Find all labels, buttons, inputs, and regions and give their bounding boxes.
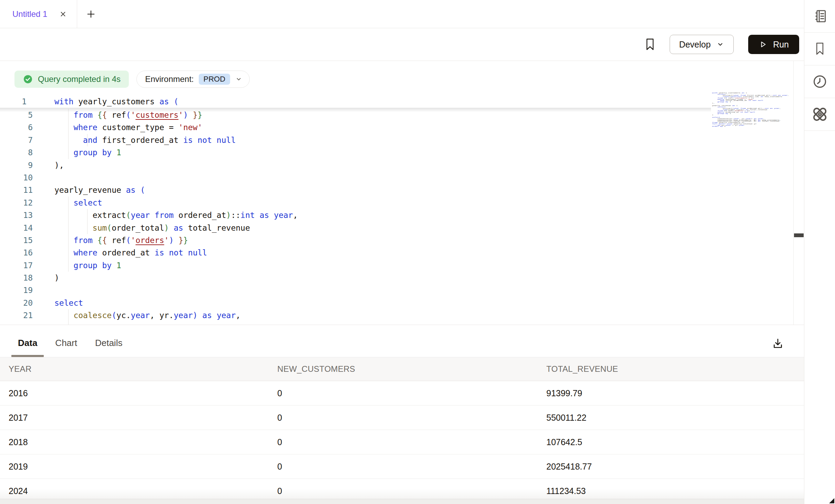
table-cell: 0: [277, 413, 546, 423]
code-line[interactable]: 14 sum(order_total) as total_revenue: [0, 222, 711, 234]
resize-grip[interactable]: [829, 498, 834, 503]
code-line[interactable]: 10: [0, 171, 711, 184]
code-line[interactable]: 17 group by 1: [0, 259, 711, 272]
table-cell: 2019: [9, 462, 277, 472]
play-icon: [759, 40, 767, 49]
table-cell: 0: [277, 486, 546, 496]
results-tab-data[interactable]: Data: [18, 338, 37, 348]
query-status-text: Query completed in 4s: [38, 74, 121, 84]
code-line[interactable]: 12 select: [0, 197, 711, 209]
editor-scrollbar-thumb[interactable]: [794, 233, 804, 237]
results-tabs: DataChartDetails: [18, 333, 122, 353]
column-header: TOTAL_REVENUE: [546, 364, 804, 374]
mesh-icon: [810, 104, 830, 124]
develop-button[interactable]: Develop: [670, 35, 734, 54]
table-cell: 2025418.77: [546, 462, 804, 472]
tab-label: Untitled 1: [12, 9, 47, 19]
table-cell: 2018: [9, 437, 277, 447]
sidebar-item-notebook[interactable]: [804, 0, 835, 33]
code-line[interactable]: 16 where ordered_at is not null: [0, 246, 711, 259]
results-tab-chart[interactable]: Chart: [55, 338, 77, 348]
tab-bar: Untitled 1: [0, 0, 804, 28]
sidebar-item-history[interactable]: [804, 65, 835, 98]
code-line[interactable]: 22 coalesce(yc.new_customers, 0) as new_…: [0, 322, 711, 325]
plus-icon: [86, 9, 96, 19]
develop-button-label: Develop: [679, 40, 711, 50]
code-line[interactable]: 11yearly_revenue as (: [0, 184, 711, 196]
table-cell: 0: [277, 437, 546, 447]
horizontal-scrollbar[interactable]: [0, 499, 804, 504]
check-circle-icon: [23, 74, 33, 84]
indent-guide: [87, 209, 87, 234]
code-line[interactable]: 19: [0, 284, 711, 296]
code-line[interactable]: 18): [0, 272, 711, 284]
tab-untitled-1[interactable]: Untitled 1: [0, 0, 77, 28]
results-panel: DataChartDetails YEARNEW_CUSTOMERSTOTAL_…: [0, 325, 804, 504]
column-header: YEAR: [9, 364, 277, 374]
editor-scrollbar[interactable]: [793, 61, 804, 325]
bookmark-icon[interactable]: [645, 38, 655, 51]
table-header: YEARNEW_CUSTOMERSTOTAL_REVENUE: [0, 357, 804, 381]
table-cell: 2016: [9, 388, 277, 398]
table-cell: 91399.79: [546, 388, 804, 398]
editor-minimap[interactable]: with yearly_customers as ( select extrac…: [712, 92, 793, 285]
table-cell: 2024: [9, 486, 277, 496]
code-line[interactable]: 21 coalesce(yc.year, yr.year) as year,: [0, 309, 711, 322]
table-row[interactable]: 20180107642.5: [0, 430, 804, 454]
code-line[interactable]: 6 where customer_type = 'new': [0, 121, 711, 134]
sticky-code-line[interactable]: 1with yearly_customers as (: [0, 95, 711, 108]
download-icon[interactable]: [770, 336, 785, 351]
table-row[interactable]: 201902025418.77: [0, 454, 804, 479]
table-cell: 2017: [9, 413, 277, 423]
new-tab-button[interactable]: [77, 0, 105, 28]
indent-guide: [68, 309, 69, 325]
code-line[interactable]: 9),: [0, 159, 711, 171]
right-sidebar: [804, 0, 835, 504]
code-line[interactable]: 20select: [0, 297, 711, 309]
app-window: Untitled 1 Develop Run Query completed i…: [0, 0, 835, 504]
code-line[interactable]: 8 group by 1: [0, 146, 711, 159]
table-cell: 0: [277, 462, 546, 472]
indent-guide: [68, 197, 69, 272]
code-line[interactable]: 7 and first_ordered_at is not null: [0, 134, 711, 146]
environment-value-chip: PROD: [199, 74, 230, 85]
code-lines: 5 from {{ ref('customers') }}6 where cus…: [0, 109, 711, 325]
sidebar-item-bookmarks[interactable]: [804, 33, 835, 65]
indent-guide: [68, 109, 69, 159]
results-tab-details[interactable]: Details: [95, 338, 122, 348]
sticky-scroll-shadow: [0, 108, 711, 112]
sidebar-item-mesh[interactable]: [804, 98, 835, 131]
code-line[interactable]: 13 extract(year from ordered_at)::int as…: [0, 209, 711, 221]
table-body: 2016091399.7920170550011.2220180107642.5…: [0, 381, 804, 503]
indent-guide: [87, 134, 87, 146]
run-button-label: Run: [773, 40, 789, 50]
bookmark-icon: [814, 42, 826, 56]
table-cell: 111234.53: [546, 486, 804, 496]
table-cell: 550011.22: [546, 413, 804, 423]
query-status-badge: Query completed in 4s: [14, 71, 129, 88]
close-tab-icon[interactable]: [60, 11, 66, 18]
environment-selector[interactable]: Environment: PROD: [136, 71, 250, 88]
table-cell: 107642.5: [546, 437, 804, 447]
minimap-code: with yearly_customers as ( select extrac…: [712, 92, 793, 127]
column-header: NEW_CUSTOMERS: [277, 364, 546, 374]
table-row[interactable]: 2016091399.79: [0, 381, 804, 406]
toolbar: Develop Run: [0, 28, 804, 61]
environment-label: Environment:: [145, 74, 194, 84]
code-line[interactable]: 15 from {{ ref('orders') }}: [0, 234, 711, 246]
notebook-icon: [812, 9, 827, 24]
table-row[interactable]: 20170550011.22: [0, 406, 804, 430]
chevron-down-icon: [716, 40, 724, 49]
run-button[interactable]: Run: [748, 35, 799, 54]
table-cell: 0: [277, 388, 546, 398]
chevron-down-icon: [235, 75, 243, 83]
status-row: Query completed in 4s Environment: PROD: [14, 71, 250, 88]
history-icon: [812, 74, 828, 90]
code-editor[interactable]: Query completed in 4s Environment: PROD …: [0, 61, 804, 325]
